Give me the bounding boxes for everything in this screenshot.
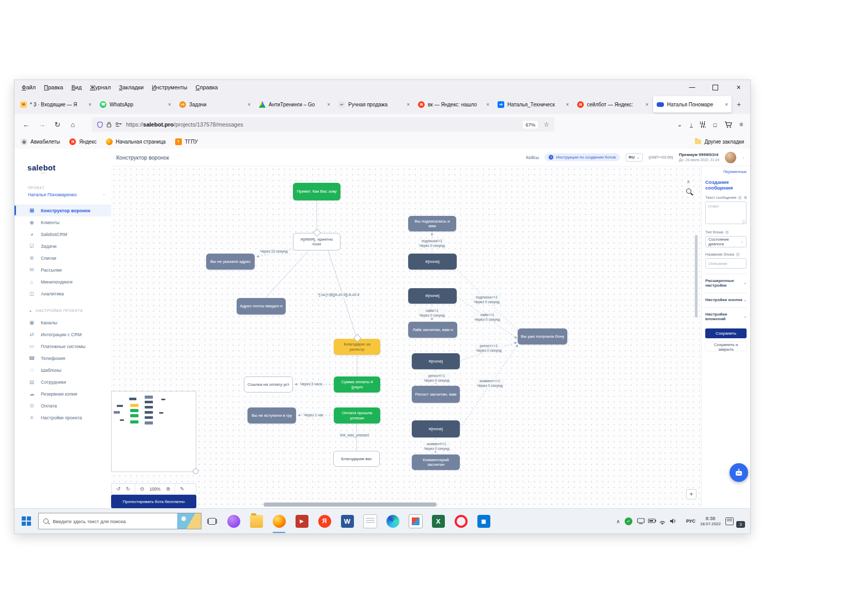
chat-widget-button[interactable] [730, 463, 748, 482]
pocket-icon[interactable]: ⌄ [677, 121, 683, 128]
forward-icon[interactable]: → [34, 117, 50, 132]
panel-section-toggle[interactable]: Настройки вложений⌄ [705, 307, 747, 321]
menu-item[interactable]: Журнал [86, 83, 115, 92]
funnel-canvas[interactable] [111, 166, 701, 509]
sidebar-item[interactable]: ∷Шаблоны [14, 364, 111, 376]
taskbar-clock[interactable]: 8:3818.07.2022 [700, 515, 721, 527]
notification-icon[interactable] [725, 517, 734, 525]
zoom-in-icon[interactable]: ⊕ [166, 486, 170, 492]
taskbar-app-yandex[interactable]: Я [313, 509, 336, 533]
flow-node[interactable]: #{none} [412, 420, 460, 437]
cart-icon[interactable] [724, 121, 732, 128]
browser-tab[interactable]: okЗадачи× [176, 96, 254, 113]
sidebar-item[interactable]: ▣Каналы [14, 317, 111, 328]
sidebar-item[interactable]: ☎Телефония [14, 352, 111, 364]
library-icon[interactable] [700, 121, 706, 128]
browser-tab[interactable]: ☎WhatsApp× [96, 96, 175, 113]
browser-tab[interactable]: ✉* 3 · Входящие — Я× [17, 96, 95, 113]
save-close-button[interactable]: Сохранить и закрыть [705, 342, 747, 351]
panel-section-toggle[interactable]: Расширенные настройки⌄ [705, 274, 747, 288]
tab-close-icon[interactable]: × [566, 102, 569, 107]
sidebar-item[interactable]: ▤Сотрудники [14, 376, 111, 388]
flow-node[interactable]: Ссылка на оплату уст [244, 376, 293, 392]
taskbar-app-screen[interactable] [404, 509, 427, 533]
tab-close-icon[interactable]: × [486, 102, 489, 107]
instruction-button[interactable]: ?Инструкция по созданию ботов [545, 153, 620, 161]
sidebar-item[interactable]: ⌂Минилендинги [14, 276, 111, 288]
sidebar-item[interactable]: ⇄Интеграции с CRM [14, 328, 111, 340]
zoom-out-icon[interactable]: ⊖ [140, 486, 144, 492]
tab-close-icon[interactable]: × [407, 102, 410, 107]
browser-tab[interactable]: атРучная продажа× [335, 96, 413, 113]
sidebar-item[interactable]: ☑Задачи [14, 240, 111, 252]
horizontal-scrollbar[interactable] [264, 502, 437, 507]
url-bar[interactable]: https://salebot.pro/projects/137578/mess… [92, 117, 554, 132]
avatar[interactable] [725, 152, 736, 163]
project-selector[interactable]: Наталья Пономаренко⌄ [28, 192, 105, 197]
salebot-logo[interactable]: salebot∙∙∙ [27, 163, 56, 176]
task-view-button[interactable] [202, 518, 222, 525]
taskbar-app-edge[interactable] [381, 509, 404, 533]
taskbar-search[interactable]: Введите здесь текст для поиска [38, 513, 202, 529]
sidebar-item[interactable]: ▭Платежные системы [14, 340, 111, 352]
tab-close-icon[interactable]: × [645, 102, 648, 107]
tab-close-icon[interactable]: × [168, 102, 171, 107]
minimap-handle[interactable] [193, 468, 198, 474]
scroll-up-icon[interactable]: ∧ [687, 179, 690, 184]
block-type-select[interactable]: Состояние диалога⌄ [705, 236, 747, 247]
taskbar-app-calc[interactable]: ▦ [472, 509, 495, 533]
browser-tab[interactable]: Явк — Яндекс: нашло× [414, 96, 493, 113]
menu-item[interactable]: Файл [18, 83, 40, 92]
lock-icon[interactable] [106, 121, 112, 128]
bookmark-item[interactable]: ТТГПУ [175, 138, 198, 145]
flow-node[interactable]: Сумма оплаты #{paym [334, 376, 380, 392]
undo-icon[interactable]: ↺ [116, 486, 120, 492]
tab-close-icon[interactable]: × [88, 102, 91, 107]
sidebar-item[interactable]: ◉Клиенты [14, 216, 111, 228]
restore-icon[interactable] [704, 80, 727, 95]
start-button[interactable] [14, 509, 38, 533]
flow-node[interactable]: Оплата прошла успешн [334, 407, 380, 423]
flow-node[interactable]: #{none} [412, 353, 460, 369]
cases-link[interactable]: Кейсы [526, 155, 539, 160]
extension-icon[interactable]: ◻ [713, 122, 717, 128]
menu-icon[interactable]: ≡ [739, 121, 743, 128]
menu-item[interactable]: Закладки [115, 83, 148, 92]
taskbar-app-video[interactable]: ▶ [290, 509, 313, 533]
taskbar-app-firefox[interactable] [268, 509, 290, 533]
download-icon[interactable]: ↓ [690, 122, 693, 128]
save-button[interactable]: Сохранить [705, 328, 747, 338]
zoom-in-button[interactable]: + [686, 489, 696, 499]
message-text-input[interactable] [705, 201, 747, 224]
redo-icon[interactable]: ↻ [126, 486, 130, 492]
browser-tab[interactable]: vkНаталья_Техническ× [494, 96, 572, 113]
panel-section-toggle[interactable]: Настройки кнопок⌄ [705, 293, 747, 302]
flow-node[interactable]: Вы уже получали бону [518, 328, 567, 344]
reload-icon[interactable]: ↻ [50, 117, 65, 132]
taskbar-app-opera[interactable] [450, 509, 472, 533]
sidebar-item[interactable]: ⊙Оплата [14, 400, 111, 412]
flow-node[interactable]: Привет. Как Вас зову [293, 183, 340, 200]
minimize-icon[interactable]: — [680, 80, 704, 95]
vertical-scrollbar[interactable] [695, 235, 698, 318]
taskbar-app-doc[interactable] [359, 509, 381, 533]
back-icon[interactable]: ← [19, 117, 34, 132]
browser-tab[interactable]: Наталья Пономаре× [653, 96, 732, 113]
minim ap[interactable] [111, 391, 196, 472]
sidebar-item[interactable]: ≡Настройки проекта [14, 412, 111, 423]
language-selector[interactable]: RU⌄ [626, 153, 643, 162]
bookmark-item[interactable]: ЯЯндекс [69, 138, 97, 145]
block-name-input[interactable] [705, 258, 747, 269]
test-bot-button[interactable]: Протестировать бота бесплатно [111, 495, 196, 508]
flow-node[interactable]: Вы не вступили в гру [247, 407, 296, 423]
variables-link[interactable]: Переменные [705, 169, 747, 174]
tray-expand-icon[interactable]: ∧ [616, 518, 620, 524]
tab-close-icon[interactable]: × [247, 102, 251, 107]
bookmark-star-icon[interactable]: ☆ [544, 121, 549, 128]
shield-icon[interactable] [97, 121, 103, 128]
flow-node[interactable]: Вы не указали адрес [206, 254, 255, 270]
flow-node[interactable]: Комментарий засчитан [412, 454, 460, 470]
other-bookmarks[interactable]: Другие закладки [695, 139, 744, 145]
flow-node[interactable]: #{ИМЯ}, приятно позн [293, 233, 340, 250]
sidebar-item[interactable]: ☁Резервная копия [14, 388, 111, 400]
